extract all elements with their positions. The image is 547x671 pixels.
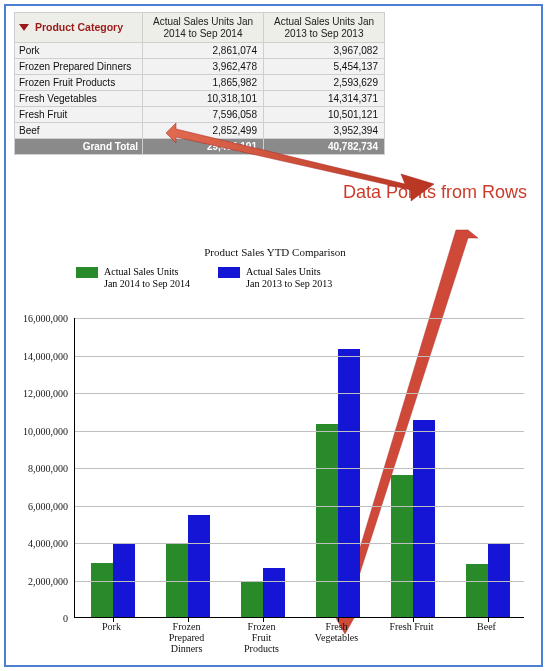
total-2014: 29,456,191 [143, 139, 264, 155]
cell-category: Fresh Fruit [15, 107, 143, 123]
legend-item-2013: Actual Sales Units Jan 2013 to Sep 2013 [218, 266, 332, 289]
y-tick-label: 6,000,000 [8, 500, 68, 511]
chart-legend: Actual Sales Units Jan 2014 to Sep 2014 … [76, 266, 332, 289]
cell-category: Pork [15, 43, 143, 59]
table-row[interactable]: Beef2,852,4993,952,394 [15, 123, 385, 139]
bar-2013[interactable] [338, 349, 360, 617]
x-tick-label: Fresh Vegetables [302, 621, 372, 643]
x-tick-label: Beef [452, 621, 522, 632]
bar-2014[interactable] [391, 475, 413, 617]
y-tick-label: 8,000,000 [8, 463, 68, 474]
total-2013: 40,782,734 [264, 139, 385, 155]
col-header-2013: Actual Sales Units Jan 2013 to Sep 2013 [264, 13, 385, 43]
cell-2013: 3,967,082 [264, 43, 385, 59]
x-axis-labels: PorkFrozen Prepared DinnersFrozen Fruit … [74, 621, 524, 661]
table-row[interactable]: Fresh Fruit7,596,05810,501,121 [15, 107, 385, 123]
y-tick-label: 10,000,000 [8, 425, 68, 436]
cell-2013: 3,952,394 [264, 123, 385, 139]
cell-2014: 2,861,074 [143, 43, 264, 59]
table-total-row: Grand Total29,456,19140,782,734 [15, 139, 385, 155]
bar-2014[interactable] [91, 563, 113, 617]
table-row[interactable]: Fresh Vegetables10,318,10114,314,371 [15, 91, 385, 107]
cell-2013: 2,593,629 [264, 75, 385, 91]
gridline [75, 393, 524, 394]
table-row[interactable]: Frozen Prepared Dinners3,962,4785,454,13… [15, 59, 385, 75]
chart-plot: 02,000,0004,000,0006,000,0008,000,00010,… [74, 318, 524, 618]
cell-category: Frozen Prepared Dinners [15, 59, 143, 75]
legend-swatch-blue [218, 267, 240, 278]
y-tick-label: 12,000,000 [8, 388, 68, 399]
cell-2014: 2,852,499 [143, 123, 264, 139]
x-tick-label: Fresh Fruit [377, 621, 447, 632]
bar-2013[interactable] [263, 568, 285, 617]
cell-2013: 14,314,371 [264, 91, 385, 107]
category-header-text: Product Category [35, 21, 123, 33]
x-tick-label: Frozen Prepared Dinners [152, 621, 222, 654]
cell-2014: 1,865,982 [143, 75, 264, 91]
bar-2014[interactable] [241, 582, 263, 617]
col-header-2014: Actual Sales Units Jan 2014 to Sep 2014 [143, 13, 264, 43]
gridline [75, 318, 524, 319]
y-tick-label: 14,000,000 [8, 350, 68, 361]
cell-category: Frozen Fruit Products [15, 75, 143, 91]
cell-category: Beef [15, 123, 143, 139]
cell-2013: 10,501,121 [264, 107, 385, 123]
annotation-label: Data Points from Rows [343, 182, 527, 203]
table-row[interactable]: Pork2,861,0743,967,082 [15, 43, 385, 59]
sales-table-container: Product Category Actual Sales Units Jan … [6, 6, 541, 155]
x-tick-label: Pork [77, 621, 147, 632]
y-tick-label: 0 [8, 613, 68, 624]
filter-icon[interactable] [19, 24, 29, 34]
chart-area: Product Sales YTD Comparison Actual Sale… [14, 246, 536, 268]
bar-2013[interactable] [413, 420, 435, 617]
gridline [75, 468, 524, 469]
table-row[interactable]: Frozen Fruit Products1,865,9822,593,629 [15, 75, 385, 91]
bar-2014[interactable] [316, 424, 338, 617]
legend-label-2013: Actual Sales Units Jan 2013 to Sep 2013 [246, 266, 332, 289]
sales-table: Product Category Actual Sales Units Jan … [14, 12, 385, 155]
gridline [75, 581, 524, 582]
legend-swatch-green [76, 267, 98, 278]
bar-2013[interactable] [188, 515, 210, 617]
cell-category: Fresh Vegetables [15, 91, 143, 107]
gridline [75, 543, 524, 544]
legend-item-2014: Actual Sales Units Jan 2014 to Sep 2014 [76, 266, 190, 289]
cell-2013: 5,454,137 [264, 59, 385, 75]
cell-2014: 3,962,478 [143, 59, 264, 75]
bar-2014[interactable] [466, 564, 488, 617]
x-tick-label: Frozen Fruit Products [227, 621, 297, 654]
chart-title: Product Sales YTD Comparison [14, 246, 536, 258]
gridline [75, 431, 524, 432]
category-header[interactable]: Product Category [15, 13, 143, 43]
gridline [75, 506, 524, 507]
total-label: Grand Total [15, 139, 143, 155]
y-tick-label: 4,000,000 [8, 538, 68, 549]
cell-2014: 7,596,058 [143, 107, 264, 123]
y-tick-label: 2,000,000 [8, 575, 68, 586]
y-tick-label: 16,000,000 [8, 313, 68, 324]
gridline [75, 356, 524, 357]
cell-2014: 10,318,101 [143, 91, 264, 107]
legend-label-2014: Actual Sales Units Jan 2014 to Sep 2014 [104, 266, 190, 289]
